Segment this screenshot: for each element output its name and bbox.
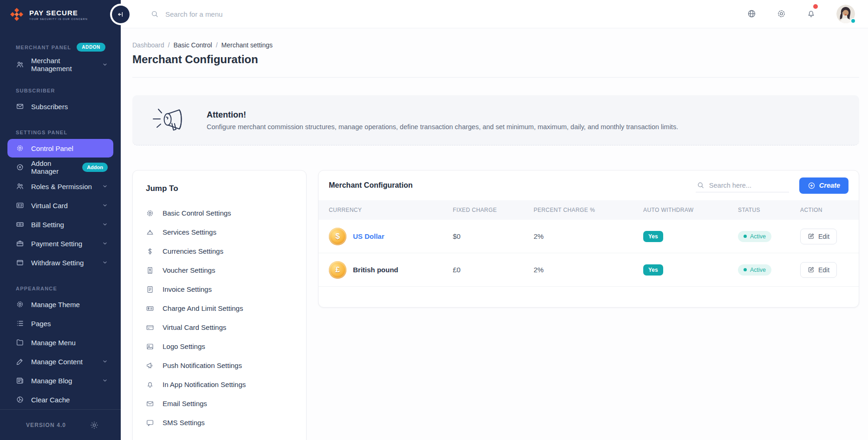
cloche-icon — [146, 228, 154, 236]
table-search-input[interactable] — [709, 182, 788, 189]
sidebar-item-manage-menu[interactable]: Manage Menu — [7, 333, 113, 352]
jump-item-email[interactable]: Email Settings — [144, 394, 295, 413]
main-area: Dashboard / Basic Control / Merchant set… — [121, 0, 868, 440]
topbar-actions — [746, 5, 855, 23]
merchant-configuration-card: Merchant Configuration Create CURRENCY F… — [318, 170, 859, 308]
language-globe-button[interactable] — [746, 9, 757, 19]
edit-pencil-icon — [808, 233, 815, 240]
notifications-button[interactable] — [806, 9, 816, 19]
sidebar-item-manage-content[interactable]: Manage Content — [7, 352, 113, 371]
currency-name: British pound — [353, 266, 398, 274]
chevron-down-icon — [102, 378, 108, 383]
status-badge: Active — [738, 264, 771, 276]
gbp-coin-icon: £ — [329, 261, 346, 279]
auto-withdraw-badge: Yes — [643, 231, 663, 242]
theme-toggle-sun-icon[interactable] — [90, 421, 98, 429]
newspaper-icon — [16, 376, 24, 385]
jump-item-virtual-card[interactable]: Virtual Card Settings — [144, 318, 295, 337]
breadcrumb: Dashboard / Basic Control / Merchant set… — [132, 41, 859, 49]
col-currency: CURRENCY — [329, 207, 453, 213]
jump-to-card: Jump To Basic Control Settings Services … — [132, 170, 307, 440]
banner-title: Attention! — [207, 110, 678, 120]
sidebar-item-merchant-management[interactable]: Merchant Management — [7, 55, 113, 74]
jump-item-charge-limit[interactable]: Charge And Limit Settings — [144, 299, 295, 318]
jump-item-currencies[interactable]: Currencies Settings — [144, 242, 295, 261]
sidebar-item-pages[interactable]: Pages — [7, 314, 113, 333]
jump-item-logo[interactable]: Logo Settings — [144, 337, 295, 356]
sidebar-item-withdraw-setting[interactable]: Withdraw Setting — [7, 253, 113, 272]
jump-item-in-app-notification[interactable]: In App Notification Settings — [144, 375, 295, 394]
table-title: Merchant Configuration — [329, 181, 696, 190]
id-card-icon — [16, 201, 24, 210]
globe-icon — [747, 9, 757, 19]
table-search[interactable] — [696, 178, 789, 192]
breadcrumb-basic-control[interactable]: Basic Control — [173, 41, 212, 49]
global-search[interactable] — [150, 10, 746, 18]
bell-icon — [146, 381, 154, 389]
image-icon — [146, 342, 154, 351]
edit-pencil-icon — [808, 266, 815, 273]
jump-to-title: Jump To — [144, 184, 295, 193]
create-button[interactable]: Create — [799, 177, 848, 194]
megaphone-illustration-icon — [152, 106, 187, 135]
edit-button[interactable]: Edit — [800, 229, 837, 244]
chevron-down-icon — [102, 184, 108, 189]
charge-card-icon — [146, 304, 154, 313]
sidebar-item-virtual-card[interactable]: Virtual Card — [7, 196, 113, 215]
breadcrumb-merchant-settings[interactable]: Merchant settings — [222, 41, 273, 49]
jump-item-invoice[interactable]: Invoice Settings — [144, 280, 295, 299]
sidebar-item-subscribers[interactable]: Subscribers — [7, 97, 113, 116]
bell-icon — [806, 9, 816, 19]
table-footer — [319, 287, 859, 307]
cache-icon — [16, 395, 24, 404]
global-search-input[interactable] — [165, 10, 314, 18]
currency-link[interactable]: US Dollar — [353, 232, 385, 240]
chevron-down-icon — [102, 62, 108, 67]
jump-item-basic-control[interactable]: Basic Control Settings — [144, 204, 295, 223]
sidebar-item-payment-setting[interactable]: Payment Setting — [7, 234, 113, 253]
edit-button[interactable]: Edit — [800, 262, 837, 278]
col-percent-charge: PERCENT CHARGE % — [534, 207, 643, 213]
sidebar-item-addon-manager[interactable]: Addon Manager Addon — [7, 158, 113, 177]
brand-logo[interactable]: PAY SECURE YOUR SECURITY IS OUR CONCERN — [0, 0, 121, 29]
sidebar-item-clear-cache[interactable]: Clear Cache — [7, 390, 113, 409]
settings-button[interactable] — [776, 9, 786, 19]
gear-icon — [16, 144, 24, 152]
title-divider — [132, 77, 859, 78]
jump-item-services[interactable]: Services Settings — [144, 223, 295, 242]
sms-icon — [146, 419, 154, 427]
jump-item-voucher[interactable]: Voucher Settings — [144, 261, 295, 280]
version-label: VERSION 4.0 — [26, 422, 66, 428]
topbar — [121, 0, 868, 28]
status-badge: Active — [738, 231, 771, 242]
table-row: £ British pound £0 2% Yes Active Edit — [319, 253, 859, 287]
col-fixed-charge: FIXED CHARGE — [453, 207, 534, 213]
user-avatar[interactable] — [836, 5, 855, 23]
brand-knot-icon — [9, 7, 24, 22]
sidebar-item-manage-theme[interactable]: Manage Theme — [7, 295, 113, 314]
sidebar: PAY SECURE YOUR SECURITY IS OUR CONCERN … — [0, 0, 121, 440]
megaphone-icon — [146, 361, 154, 370]
page-title: Merchant Configuration — [132, 53, 859, 66]
addon-badge: ADDON — [77, 43, 105, 52]
page-content: Dashboard / Basic Control / Merchant set… — [121, 28, 868, 440]
notification-badge — [813, 4, 818, 9]
chevron-down-icon — [102, 359, 108, 364]
jump-item-push-notification[interactable]: Push Notification Settings — [144, 356, 295, 375]
chevron-down-icon — [102, 241, 108, 246]
wallet-icon — [16, 258, 24, 267]
sidebar-item-manage-blog[interactable]: Manage Blog — [7, 371, 113, 390]
breadcrumb-dashboard[interactable]: Dashboard — [132, 41, 164, 49]
pencil-icon — [16, 357, 24, 366]
sidebar-item-roles-permission[interactable]: Roles & Permission — [7, 177, 113, 196]
jump-item-sms[interactable]: SMS Settings — [144, 413, 295, 432]
sidebar-item-bill-setting[interactable]: Bill Setting — [7, 215, 113, 234]
sidebar-item-control-panel[interactable]: Control Panel — [7, 139, 113, 158]
percent-charge-value: 2% — [534, 266, 643, 274]
brand-tagline: YOUR SECURITY IS OUR CONCERN — [29, 18, 88, 20]
credit-card-icon — [146, 323, 154, 332]
plus-circle-icon — [808, 182, 816, 190]
fixed-charge-value: $0 — [453, 232, 534, 240]
sidebar-menu: MERCHANT PANEL ADDON Merchant Management… — [0, 43, 121, 409]
sidebar-collapse-button[interactable] — [112, 6, 130, 23]
